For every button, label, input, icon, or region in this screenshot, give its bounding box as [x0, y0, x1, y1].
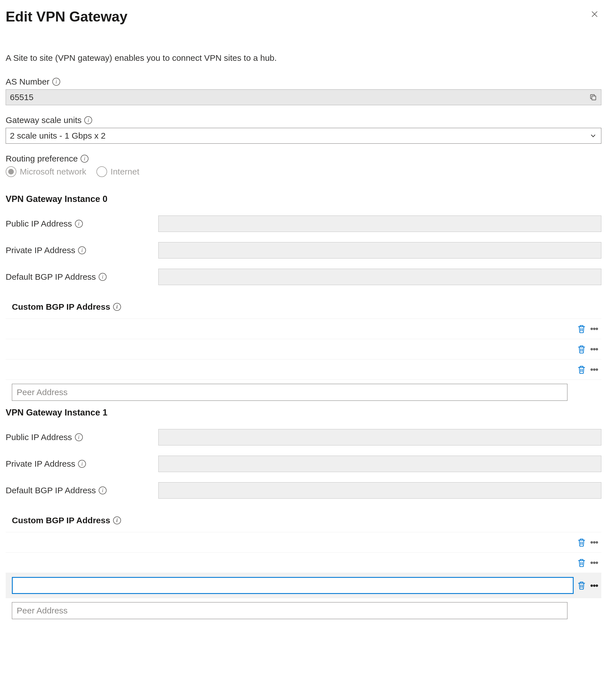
- gateway-scale-value: 2 scale units - 1 Gbps x 2: [10, 131, 106, 141]
- custom-bgp-header-label: Custom BGP IP Address: [12, 516, 110, 525]
- bgp-entry-row-active: •••: [6, 573, 601, 598]
- trash-icon[interactable]: [577, 538, 586, 547]
- trash-icon[interactable]: [577, 558, 586, 568]
- info-icon[interactable]: i: [52, 78, 60, 86]
- custom-bgp-header-label: Custom BGP IP Address: [12, 302, 110, 312]
- info-icon[interactable]: i: [75, 433, 83, 441]
- instance0-title: VPN Gateway Instance 0: [6, 194, 601, 204]
- trash-icon[interactable]: [577, 581, 586, 590]
- bgp-address-input[interactable]: [12, 577, 574, 594]
- radio-selected-icon: [6, 166, 16, 177]
- more-icon[interactable]: •••: [589, 345, 599, 354]
- info-icon[interactable]: i: [113, 303, 121, 311]
- description-text: A Site to site (VPN gateway) enables you…: [6, 53, 601, 63]
- copy-icon[interactable]: [589, 93, 597, 101]
- default-bgp-field: [158, 269, 601, 285]
- routing-option-microsoft: Microsoft network: [6, 166, 86, 177]
- peer-address-input[interactable]: [12, 384, 567, 401]
- radio-unselected-icon: [97, 166, 107, 177]
- trash-icon[interactable]: [577, 345, 586, 354]
- info-icon[interactable]: i: [113, 516, 121, 524]
- as-number-value: 65515: [10, 92, 33, 102]
- more-icon[interactable]: •••: [589, 538, 599, 547]
- gateway-scale-group: Gateway scale units i 2 scale units - 1 …: [6, 116, 601, 144]
- gateway-scale-label: Gateway scale units: [6, 116, 81, 125]
- info-icon[interactable]: i: [75, 220, 83, 228]
- public-ip-label: Public IP Address: [6, 432, 72, 442]
- as-number-group: AS Number i 65515: [6, 77, 601, 105]
- info-icon[interactable]: i: [99, 273, 107, 281]
- private-ip-field: [158, 242, 601, 259]
- info-icon[interactable]: i: [84, 116, 92, 124]
- bgp-entry-row: •••: [6, 339, 601, 359]
- as-number-label: AS Number: [6, 77, 49, 86]
- more-icon[interactable]: •••: [589, 365, 599, 374]
- private-ip-field: [158, 456, 601, 472]
- as-number-field: 65515: [6, 89, 601, 105]
- bgp-entry-row: •••: [6, 553, 601, 573]
- default-bgp-label: Default BGP IP Address: [6, 486, 96, 495]
- routing-option-label: Microsoft network: [20, 167, 86, 177]
- info-icon[interactable]: i: [81, 155, 88, 163]
- instance1-title: VPN Gateway Instance 1: [6, 408, 601, 418]
- trash-icon[interactable]: [577, 365, 586, 374]
- custom-bgp-header: Custom BGP IP Address i: [6, 295, 601, 319]
- routing-option-label: Internet: [110, 167, 139, 177]
- private-ip-label: Private IP Address: [6, 246, 75, 255]
- bgp-entry-row: •••: [6, 359, 601, 380]
- public-ip-field: [158, 429, 601, 446]
- peer-address-input[interactable]: [12, 602, 567, 619]
- trash-icon[interactable]: [577, 324, 586, 333]
- custom-bgp-header: Custom BGP IP Address i: [6, 509, 601, 532]
- private-ip-label: Private IP Address: [6, 459, 75, 469]
- page-title: Edit VPN Gateway: [6, 8, 127, 25]
- public-ip-label: Public IP Address: [6, 219, 72, 228]
- more-icon[interactable]: •••: [589, 324, 599, 333]
- close-icon: [590, 9, 599, 19]
- more-icon[interactable]: •••: [589, 581, 599, 590]
- panel-header: Edit VPN Gateway: [6, 8, 601, 25]
- routing-pref-label: Routing preference: [6, 154, 78, 163]
- default-bgp-field: [158, 482, 601, 499]
- info-icon[interactable]: i: [99, 487, 107, 494]
- svg-rect-2: [592, 96, 596, 100]
- gateway-scale-select[interactable]: 2 scale units - 1 Gbps x 2: [6, 128, 601, 144]
- default-bgp-label: Default BGP IP Address: [6, 272, 96, 282]
- routing-option-internet: Internet: [97, 166, 139, 177]
- info-icon[interactable]: i: [78, 246, 86, 254]
- bgp-entry-row: •••: [6, 532, 601, 553]
- routing-pref-group: Routing preference i Microsoft network I…: [6, 154, 601, 177]
- bgp-entry-row: •••: [6, 319, 601, 339]
- close-button[interactable]: [588, 8, 601, 21]
- more-icon[interactable]: •••: [589, 558, 599, 568]
- public-ip-field: [158, 215, 601, 232]
- info-icon[interactable]: i: [78, 460, 86, 468]
- chevron-down-icon: [589, 132, 597, 140]
